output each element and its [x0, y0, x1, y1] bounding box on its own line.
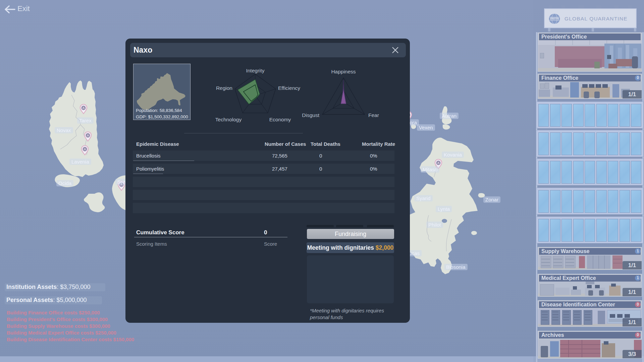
svg-text:Technology: Technology [215, 117, 242, 122]
svg-text:Integrity: Integrity [246, 68, 264, 73]
svg-text:Efficiency: Efficiency [278, 85, 300, 91]
svg-text:Disgust: Disgust [302, 112, 319, 118]
svg-text:A: A [437, 161, 440, 165]
svg-text:Fear: Fear [368, 112, 379, 118]
svg-text:A: A [84, 147, 86, 151]
svg-text:A: A [87, 134, 89, 137]
svg-text:Economy: Economy [269, 117, 291, 122]
svg-text:Happiness: Happiness [331, 69, 356, 74]
svg-text:A: A [83, 106, 85, 110]
svg-text:Region: Region [216, 85, 232, 91]
